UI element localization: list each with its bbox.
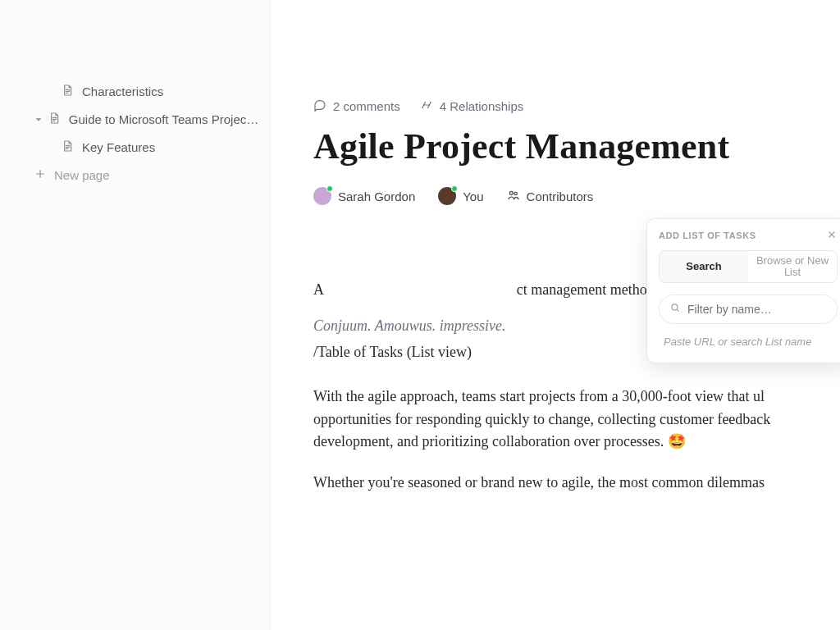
tab-search[interactable]: Search: [660, 251, 748, 282]
relationships-icon: [420, 98, 433, 114]
person-label: You: [463, 189, 483, 203]
close-button[interactable]: [823, 227, 840, 245]
contributors-label: Contributors: [527, 189, 594, 203]
relationships-text: 4 Relationships: [440, 99, 524, 113]
svg-point-2: [672, 304, 678, 310]
sidebar-item-label: Key Features: [82, 140, 155, 154]
popover-tabs: Search Browse or New List: [659, 250, 838, 283]
filter-input[interactable]: [687, 303, 827, 316]
close-icon: [826, 229, 838, 244]
filter-field[interactable]: [659, 294, 838, 324]
page-meta-row: 2 comments 4 Relationships: [313, 98, 840, 114]
body-paragraph-1: With the agile approach, teams start pro…: [313, 386, 838, 454]
comment-icon: [313, 98, 326, 114]
contributors-link[interactable]: Contributors: [507, 189, 594, 204]
page-title: Agile Project Management: [313, 126, 840, 167]
svg-point-0: [509, 191, 513, 194]
sidebar-item-characteristics[interactable]: Characteristics: [0, 77, 270, 105]
comments-link[interactable]: 2 comments: [313, 98, 400, 114]
main-pane: 2 comments 4 Relationships Agile Project…: [271, 0, 840, 630]
app-root: Characteristics Guide to Microsoft Teams…: [0, 0, 840, 630]
page-icon: [61, 139, 74, 155]
body-paragraph-2: Whether you're seasoned or brand new to …: [313, 472, 838, 495]
people-row: Sarah Gordon You Contributors: [313, 187, 840, 205]
relationships-link[interactable]: 4 Relationships: [420, 98, 524, 114]
plus-icon: [34, 168, 46, 182]
sidebar-new-page[interactable]: New page: [0, 161, 270, 189]
sidebar-item-label: Guide to Microsoft Teams Project…: [69, 112, 260, 126]
tab-browse-new-list[interactable]: Browse or New List: [748, 251, 837, 282]
avatar: [438, 187, 456, 205]
sidebar: Characteristics Guide to Microsoft Teams…: [0, 0, 271, 630]
person-sarah[interactable]: Sarah Gordon: [313, 187, 415, 205]
sidebar-item-guide-ms-teams[interactable]: Guide to Microsoft Teams Project…: [0, 105, 270, 133]
sidebar-item-label: Characteristics: [82, 84, 163, 98]
popover-title: ADD LIST OF TASKS: [659, 231, 838, 240]
sidebar-item-label: New page: [54, 168, 110, 182]
comments-text: 2 comments: [333, 99, 400, 113]
page-icon: [48, 112, 61, 127]
svg-point-1: [514, 192, 517, 194]
search-icon: [669, 302, 681, 317]
add-list-popover: ADD LIST OF TASKS Search Browse or New L…: [646, 218, 840, 363]
chevron-down-icon[interactable]: [34, 112, 43, 126]
people-icon: [507, 189, 520, 204]
popover-hint: Paste URL or search List name: [659, 336, 838, 348]
avatar: [313, 187, 331, 205]
sidebar-item-key-features[interactable]: Key Features: [0, 133, 270, 161]
person-label: Sarah Gordon: [338, 189, 415, 203]
page-icon: [61, 84, 74, 99]
person-you[interactable]: You: [438, 187, 483, 205]
